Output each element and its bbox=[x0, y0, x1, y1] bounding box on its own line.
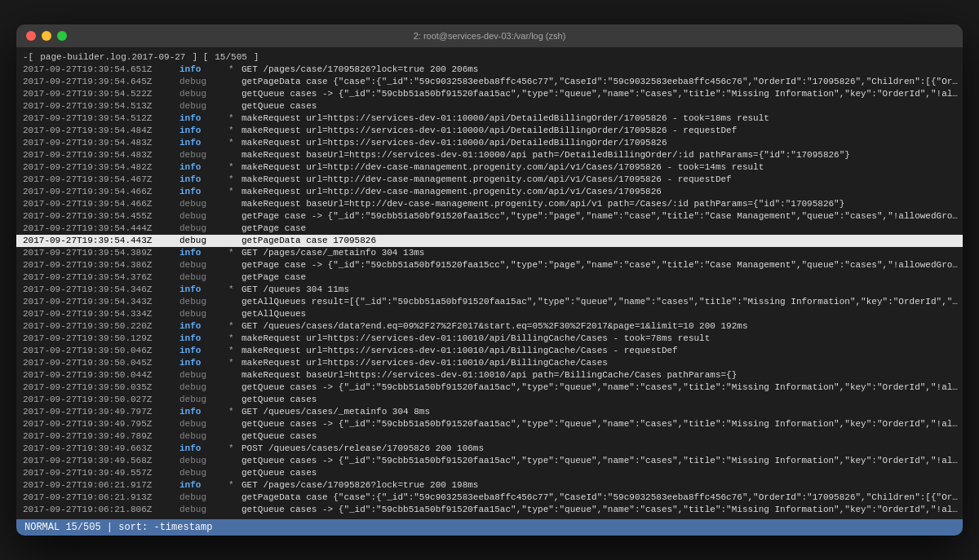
log-level: debug bbox=[179, 149, 228, 161]
log-line: 2017-09-27T19:39:54.444ZdebuggetPage cas… bbox=[16, 223, 963, 235]
log-level: info bbox=[179, 345, 228, 357]
maximize-button[interactable] bbox=[57, 31, 67, 41]
log-star: * bbox=[228, 247, 241, 259]
log-star bbox=[228, 418, 241, 430]
log-level: info bbox=[179, 174, 228, 186]
header-separator-right: ] bbox=[254, 52, 259, 62]
log-timestamp: 2017-09-27T19:39:54.443Z bbox=[16, 235, 179, 247]
log-timestamp: 2017-09-27T19:39:50.045Z bbox=[16, 357, 179, 369]
log-message: makeRequest baseUrl=https://services-dev… bbox=[241, 369, 737, 381]
log-line: 2017-09-27T19:39:49.797Zinfo*GET /queues… bbox=[16, 406, 963, 418]
log-message: getPage case -> {"_id":"59cbb51a50bf9152… bbox=[241, 259, 963, 271]
log-level: debug bbox=[179, 394, 228, 406]
log-star: * bbox=[228, 345, 241, 357]
log-timestamp: 2017-09-27T19:39:50.129Z bbox=[16, 333, 179, 345]
log-level: debug bbox=[179, 455, 228, 467]
log-message: GET /pages/case/_metainfo 304 13ms bbox=[241, 247, 424, 259]
log-line: 2017-09-27T19:39:54.376ZdebuggetPage cas… bbox=[16, 271, 963, 284]
log-line: 2017-09-27T19:39:50.220Zinfo*GET /queues… bbox=[16, 320, 963, 333]
log-message: makeRequest url=https://services-dev-01:… bbox=[241, 333, 710, 345]
header-position: 15/505 bbox=[215, 52, 247, 62]
log-line: 2017-09-27T19:06:21.806ZdebuggetQueue ca… bbox=[16, 504, 963, 516]
log-line: 2017-09-27T19:39:54.522ZdebuggetQueue ca… bbox=[16, 88, 963, 100]
log-star: * bbox=[228, 333, 241, 345]
log-timestamp: 2017-09-27T19:39:50.046Z bbox=[16, 345, 179, 357]
log-timestamp: 2017-09-27T19:39:54.466Z bbox=[16, 186, 179, 198]
log-line: 2017-09-27T19:39:54.651Zinfo*GET /pages/… bbox=[16, 64, 963, 76]
log-timestamp: 2017-09-27T19:06:21.917Z bbox=[16, 479, 179, 492]
log-level: debug bbox=[179, 210, 228, 223]
log-level: debug bbox=[179, 492, 228, 504]
window-title: 2: root@services-dev-03:/var/log (zsh) bbox=[414, 31, 566, 41]
log-star: * bbox=[228, 174, 241, 186]
log-message: makeRequest baseUrl=http://dev-case-mana… bbox=[241, 198, 844, 210]
log-line: 2017-09-27T19:39:54.443ZdebuggetPageData… bbox=[16, 235, 963, 247]
log-level: info bbox=[179, 443, 228, 455]
log-level: info bbox=[179, 406, 228, 418]
log-line: 2017-09-27T19:39:54.389Zinfo*GET /pages/… bbox=[16, 247, 963, 259]
log-line: 2017-09-27T19:39:54.334ZdebuggetAllQueue… bbox=[16, 308, 963, 320]
log-line: 2017-09-27T19:39:54.467Zinfo*makeRequest… bbox=[16, 174, 963, 186]
log-level: info bbox=[179, 333, 228, 345]
log-star bbox=[228, 149, 241, 161]
status-sort: sort: -timestamp bbox=[118, 522, 212, 533]
log-line: 2017-09-27T19:39:50.035ZdebuggetQueue ca… bbox=[16, 381, 963, 394]
log-line: 2017-09-27T19:39:49.663Zinfo*POST /queue… bbox=[16, 443, 963, 455]
log-star: * bbox=[228, 320, 241, 333]
log-line: 2017-09-27T19:39:54.455ZdebuggetPage cas… bbox=[16, 210, 963, 223]
log-lines-container: 2017-09-27T19:39:54.651Zinfo*GET /pages/… bbox=[16, 64, 963, 516]
log-message: GET /pages/case/17095826?lock=true 200 1… bbox=[241, 479, 478, 492]
minimize-button[interactable] bbox=[42, 31, 51, 41]
status-bar: NORMAL 15/505 | sort: -timestamp bbox=[16, 519, 963, 536]
log-timestamp: 2017-09-27T19:39:54.386Z bbox=[16, 259, 179, 271]
log-line: 2017-09-27T19:39:54.466Zinfo*makeRequest… bbox=[16, 186, 963, 198]
log-star: * bbox=[228, 186, 241, 198]
log-level: info bbox=[179, 64, 228, 76]
log-star bbox=[228, 271, 241, 284]
log-message: getQueue cases -> {"_id":"59cbb51a50bf91… bbox=[241, 381, 963, 394]
log-star bbox=[228, 296, 241, 308]
log-message: getQueue cases bbox=[241, 467, 317, 479]
log-level: debug bbox=[179, 88, 228, 100]
log-line: 2017-09-27T19:39:50.046Zinfo*makeRequest… bbox=[16, 345, 963, 357]
log-level: info bbox=[179, 320, 228, 333]
log-message: makeRequest url=https://services-dev-01:… bbox=[241, 357, 608, 369]
log-level: info bbox=[179, 357, 228, 369]
log-level: debug bbox=[179, 504, 228, 516]
log-star: * bbox=[228, 406, 241, 418]
log-level: info bbox=[179, 161, 228, 174]
log-line: 2017-09-27T19:39:50.044ZdebugmakeRequest… bbox=[16, 369, 963, 381]
log-line: 2017-09-27T19:39:49.789ZdebuggetQueue ca… bbox=[16, 430, 963, 443]
log-star: * bbox=[228, 284, 241, 296]
terminal-window: 2: root@services-dev-03:/var/log (zsh) -… bbox=[16, 24, 963, 536]
log-star bbox=[228, 504, 241, 516]
log-star: * bbox=[228, 479, 241, 492]
log-message: GET /pages/case/17095826?lock=true 200 2… bbox=[241, 64, 478, 76]
log-star bbox=[228, 467, 241, 479]
log-timestamp: 2017-09-27T19:39:54.444Z bbox=[16, 223, 179, 235]
log-message: getPageData case 17095826 bbox=[241, 235, 376, 247]
log-line: 2017-09-27T19:39:54.483ZdebugmakeRequest… bbox=[16, 149, 963, 161]
log-line: 2017-09-27T19:39:54.645ZdebuggetPageData… bbox=[16, 76, 963, 88]
log-timestamp: 2017-09-27T19:39:49.795Z bbox=[16, 418, 179, 430]
log-message: getQueue cases -> {"_id":"59cbb51a50bf91… bbox=[241, 88, 963, 100]
log-timestamp: 2017-09-27T19:39:54.346Z bbox=[16, 284, 179, 296]
log-message: makeRequest url=http://dev-case-manageme… bbox=[241, 186, 662, 198]
log-timestamp: 2017-09-27T19:39:54.483Z bbox=[16, 137, 179, 149]
log-timestamp: 2017-09-27T19:39:49.557Z bbox=[16, 467, 179, 479]
log-timestamp: 2017-09-27T19:39:54.484Z bbox=[16, 125, 179, 137]
log-timestamp: 2017-09-27T19:39:49.797Z bbox=[16, 406, 179, 418]
close-button[interactable] bbox=[26, 31, 36, 41]
status-mode: NORMAL bbox=[24, 522, 60, 533]
log-line: 2017-09-27T19:39:49.568ZdebuggetQueue ca… bbox=[16, 455, 963, 467]
log-star bbox=[228, 210, 241, 223]
log-line: 2017-09-27T19:39:54.343ZdebuggetAllQueue… bbox=[16, 296, 963, 308]
log-timestamp: 2017-09-27T19:39:54.645Z bbox=[16, 76, 179, 88]
log-line: 2017-09-27T19:39:54.512Zinfo*makeRequest… bbox=[16, 112, 963, 125]
log-timestamp: 2017-09-27T19:39:54.467Z bbox=[16, 174, 179, 186]
log-message: getPage case -> {"_id":"59cbb51a50bf9152… bbox=[241, 210, 963, 223]
log-message: getQueue cases -> {"_id":"59cbb51a50bf91… bbox=[241, 455, 963, 467]
log-star: * bbox=[228, 64, 241, 76]
title-bar: 2: root@services-dev-03:/var/log (zsh) bbox=[16, 24, 963, 47]
log-star: * bbox=[228, 137, 241, 149]
